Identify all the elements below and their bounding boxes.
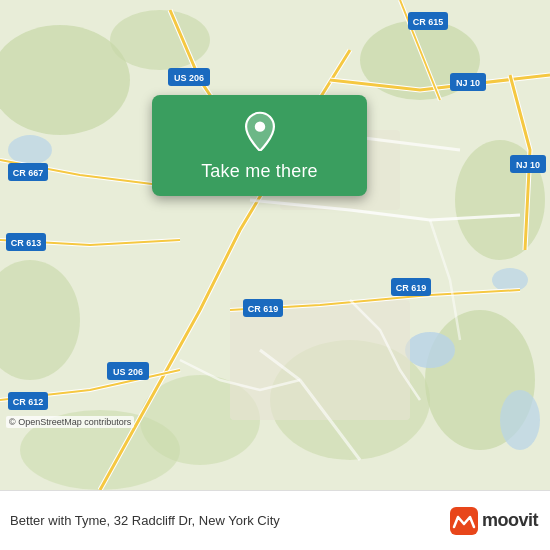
- svg-point-13: [500, 390, 540, 450]
- svg-point-11: [492, 268, 528, 292]
- svg-rect-39: [450, 507, 478, 535]
- svg-point-12: [8, 135, 52, 165]
- location-card: Take me there: [152, 95, 367, 196]
- svg-text:NJ 10: NJ 10: [516, 160, 540, 170]
- svg-text:CR 619: CR 619: [396, 283, 427, 293]
- svg-text:US 206: US 206: [113, 367, 143, 377]
- svg-rect-14: [230, 300, 410, 420]
- svg-text:NJ 10: NJ 10: [456, 78, 480, 88]
- svg-text:CR 613: CR 613: [11, 238, 42, 248]
- bottom-bar: Better with Tyme, 32 Radcliff Dr, New Yo…: [0, 490, 550, 550]
- svg-text:US 206: US 206: [174, 73, 204, 83]
- location-pin-icon: [240, 111, 280, 151]
- map-container: US 206 CR 615 NJ 10 CR 667 US 206 NJ 10 …: [0, 0, 550, 490]
- moovit-icon: [450, 507, 478, 535]
- take-me-there-button[interactable]: Take me there: [201, 161, 318, 182]
- moovit-text: moovit: [482, 510, 538, 531]
- svg-text:CR 612: CR 612: [13, 397, 44, 407]
- moovit-logo: moovit: [450, 507, 538, 535]
- location-text: Better with Tyme, 32 Radcliff Dr, New Yo…: [10, 513, 450, 528]
- svg-text:CR 619: CR 619: [248, 304, 279, 314]
- svg-point-38: [254, 121, 264, 131]
- svg-text:CR 615: CR 615: [413, 17, 444, 27]
- svg-text:CR 667: CR 667: [13, 168, 44, 178]
- svg-point-2: [110, 10, 210, 70]
- svg-point-10: [405, 332, 455, 368]
- osm-credit: © OpenStreetMap contributors: [6, 416, 134, 428]
